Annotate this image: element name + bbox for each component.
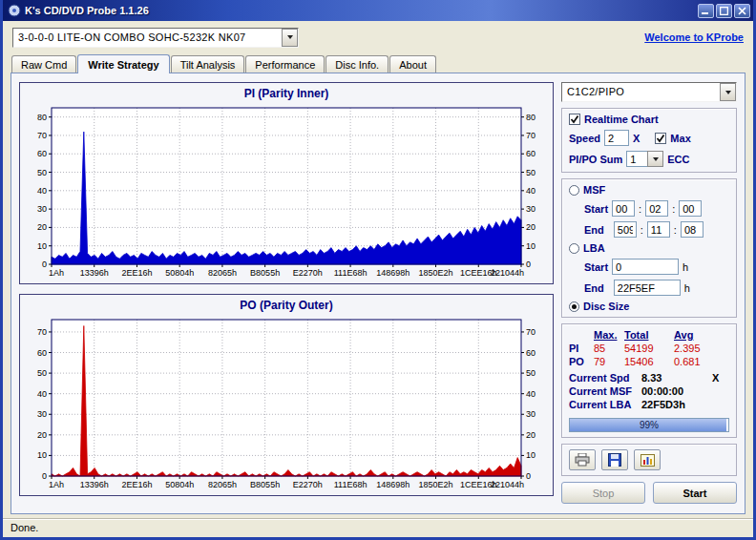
chevron-down-icon xyxy=(725,91,731,94)
max-speed-label: Max xyxy=(670,133,690,144)
top-toolbar: 3-0-0-0 LITE-ON COMBO SOHC-5232K NK07 We… xyxy=(3,21,753,52)
svg-text:30: 30 xyxy=(37,204,47,214)
minimize-button[interactable] xyxy=(698,4,714,18)
po-row-label: PO xyxy=(569,356,594,367)
svg-text:148698h: 148698h xyxy=(376,268,410,278)
drive-selector-arrow[interactable] xyxy=(282,29,298,47)
svg-text:20: 20 xyxy=(37,430,47,440)
start-button[interactable]: Start xyxy=(653,482,737,504)
svg-text:60: 60 xyxy=(526,348,536,358)
charts-column: PI (Parity Inner) 0010102020303040405050… xyxy=(19,82,554,505)
svg-text:0: 0 xyxy=(526,260,531,269)
speed-input[interactable] xyxy=(604,130,629,146)
msf-end-frame[interactable] xyxy=(681,221,704,238)
welcome-link[interactable]: Welcome to KProbe xyxy=(644,31,744,43)
lba-end-label: End xyxy=(584,282,604,294)
write-strategy-page: PI (Parity Inner) 0010102020303040405050… xyxy=(10,73,746,514)
po-chart-title: PO (Parity Outer) xyxy=(23,299,550,312)
pi-row-label: PI xyxy=(569,343,594,354)
export-chart-button[interactable] xyxy=(634,449,661,470)
tab-disc-info[interactable]: Disc Info. xyxy=(326,55,388,73)
pipo-sum-arrow[interactable] xyxy=(647,151,663,167)
svg-text:1Ah: 1Ah xyxy=(49,268,64,278)
tab-performance[interactable]: Performance xyxy=(245,55,325,73)
print-button[interactable] xyxy=(569,449,596,470)
svg-text:80: 80 xyxy=(526,113,536,122)
svg-text:40: 40 xyxy=(526,389,536,399)
pi-avg-value: 2.395 xyxy=(674,343,729,354)
lba-radio[interactable] xyxy=(569,243,579,254)
svg-text:2EE16h: 2EE16h xyxy=(121,268,152,278)
po-max-value: 79 xyxy=(594,356,624,367)
svg-text:0: 0 xyxy=(42,471,47,481)
current-msf-value: 00:00:00 xyxy=(641,385,712,397)
ecc-label: ECC xyxy=(667,154,689,165)
lba-end-input[interactable] xyxy=(614,280,681,296)
msf-label: MSF xyxy=(583,184,605,196)
tab-raw-cmd[interactable]: Raw Cmd xyxy=(11,55,76,73)
msf-start-frame[interactable] xyxy=(679,200,702,217)
current-msf-label: Current MSF xyxy=(569,385,641,397)
progress-bar: 99% xyxy=(569,418,729,432)
svg-text:148698h: 148698h xyxy=(376,480,410,489)
svg-text:13396h: 13396h xyxy=(80,480,109,489)
window-title: K's CD/DVD Probe 1.1.26 xyxy=(25,5,694,16)
pi-chart-box: PI (Parity Inner) 0010102020303040405050… xyxy=(19,82,554,284)
svg-text:1850E2h: 1850E2h xyxy=(419,480,453,489)
stats-header-total: Total xyxy=(624,329,674,341)
chevron-down-icon xyxy=(653,157,659,161)
msf-start-sec[interactable] xyxy=(645,200,668,217)
svg-text:1Ah: 1Ah xyxy=(49,480,64,489)
current-values: Current Spd 8.33 X Current MSF 00:00:00 … xyxy=(569,372,729,410)
svg-text:60: 60 xyxy=(526,149,536,158)
max-speed-checkbox[interactable] xyxy=(655,133,666,144)
svg-text:50804h: 50804h xyxy=(165,480,194,489)
svg-text:10: 10 xyxy=(526,241,536,251)
mode-select-value: C1C2/PIPO xyxy=(562,83,720,101)
msf-radio[interactable] xyxy=(569,185,579,196)
pipo-sum-select[interactable]: 1 xyxy=(626,151,663,167)
svg-text:50: 50 xyxy=(37,168,47,177)
titlebar: K's CD/DVD Probe 1.1.26 xyxy=(3,0,753,21)
svg-text:20: 20 xyxy=(526,222,536,232)
tab-write-strategy[interactable]: Write Strategy xyxy=(77,54,169,73)
svg-text:70: 70 xyxy=(526,131,536,140)
pi-total-value: 54199 xyxy=(624,343,674,354)
svg-text:50: 50 xyxy=(37,368,47,378)
status-bar: Done. xyxy=(3,518,753,537)
stop-button[interactable]: Stop xyxy=(561,482,645,504)
svg-text:50: 50 xyxy=(526,168,536,177)
svg-text:10: 10 xyxy=(526,450,536,460)
save-button[interactable] xyxy=(601,449,628,470)
status-text: Done. xyxy=(10,522,38,533)
svg-text:221044h: 221044h xyxy=(491,480,524,489)
stats-header-avg: Avg xyxy=(674,329,729,341)
mode-select-arrow[interactable] xyxy=(720,83,736,101)
po-total-value: 15406 xyxy=(624,356,674,367)
msf-end-sec[interactable] xyxy=(647,221,670,238)
tab-tilt-analysis[interactable]: Tilt Analysis xyxy=(171,55,245,73)
svg-text:30: 30 xyxy=(526,204,536,214)
maximize-button[interactable] xyxy=(716,4,732,18)
disc-size-radio[interactable] xyxy=(569,301,579,312)
window-body: 3-0-0-0 LITE-ON COMBO SOHC-5232K NK07 We… xyxy=(3,21,753,537)
time-separator: : xyxy=(672,203,675,215)
lba-end-unit: h xyxy=(684,282,690,294)
svg-text:B8055h: B8055h xyxy=(250,480,280,489)
lba-start-input[interactable] xyxy=(612,259,679,275)
svg-text:111E68h: 111E68h xyxy=(334,480,368,489)
close-button[interactable] xyxy=(734,4,750,18)
svg-text:50: 50 xyxy=(526,368,536,378)
mode-select[interactable]: C1C2/PIPO xyxy=(561,82,737,102)
drive-selector[interactable]: 3-0-0-0 LITE-ON COMBO SOHC-5232K NK07 xyxy=(12,28,299,48)
tab-about[interactable]: About xyxy=(389,55,436,73)
current-spd-value: 8.33 xyxy=(641,372,712,384)
realtime-chart-checkbox[interactable] xyxy=(569,114,580,125)
stats-header-max: Max. xyxy=(594,329,624,341)
po-chart: 0010102020303040405050606070701Ah13396h2… xyxy=(23,314,550,491)
range-group: MSF Start : : End : xyxy=(561,178,737,318)
svg-text:2EE16h: 2EE16h xyxy=(121,480,152,489)
msf-start-min[interactable] xyxy=(612,200,635,217)
svg-text:82065h: 82065h xyxy=(208,268,237,278)
msf-end-min[interactable] xyxy=(614,221,637,238)
